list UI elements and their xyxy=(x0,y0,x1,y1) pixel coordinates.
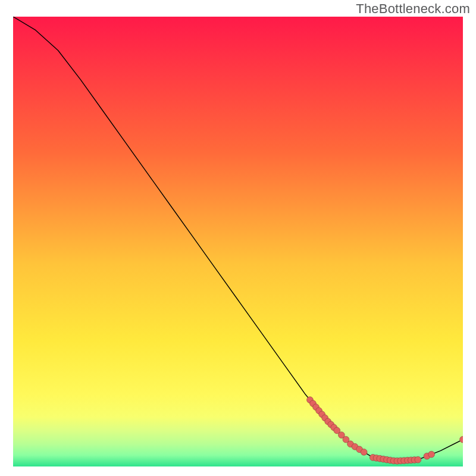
data-marker xyxy=(415,456,421,463)
chart-svg xyxy=(13,17,463,466)
bottleneck-curve-chart xyxy=(13,17,463,466)
chart-stage: TheBottleneck.com xyxy=(0,0,476,476)
gradient-background xyxy=(13,17,463,466)
data-marker xyxy=(361,449,367,455)
watermark-text: TheBottleneck.com xyxy=(356,1,470,17)
data-marker xyxy=(428,451,435,458)
